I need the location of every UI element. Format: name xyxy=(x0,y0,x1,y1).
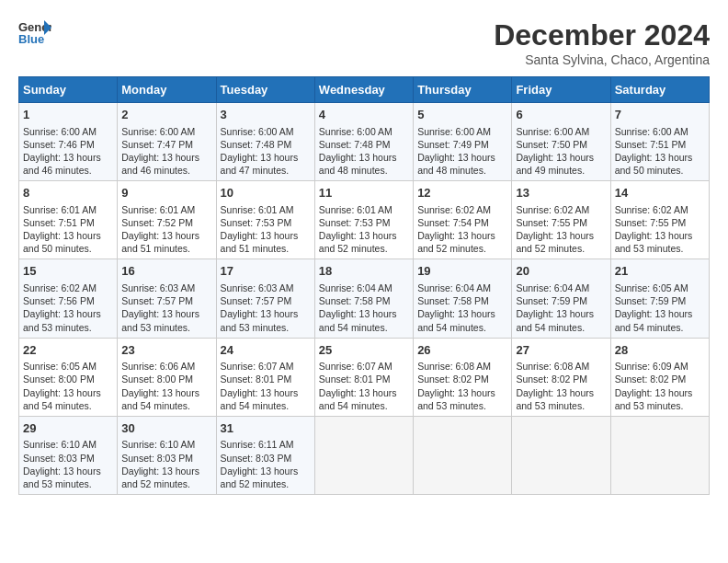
day-number: 2 xyxy=(121,107,211,123)
day-number: 1 xyxy=(23,107,113,123)
table-row: 25Sunrise: 6:07 AMSunset: 8:01 PMDayligh… xyxy=(314,338,413,416)
day-number: 23 xyxy=(121,342,211,359)
header-tuesday: Tuesday xyxy=(216,77,314,103)
svg-text:Blue: Blue xyxy=(18,32,44,46)
table-row: 3Sunrise: 6:00 AMSunset: 7:48 PMDaylight… xyxy=(216,103,314,181)
table-row: 30Sunrise: 6:10 AMSunset: 8:03 PMDayligh… xyxy=(118,416,216,494)
table-row xyxy=(610,416,709,494)
calendar-week-row: 15Sunrise: 6:02 AMSunset: 7:56 PMDayligh… xyxy=(19,259,710,338)
table-row: 23Sunrise: 6:06 AMSunset: 8:00 PMDayligh… xyxy=(118,338,216,416)
calendar-week-row: 1Sunrise: 6:00 AMSunset: 7:46 PMDaylight… xyxy=(19,103,710,181)
table-row: 20Sunrise: 6:04 AMSunset: 7:59 PMDayligh… xyxy=(512,259,610,338)
day-number: 12 xyxy=(417,185,507,201)
day-number: 14 xyxy=(615,185,705,201)
day-number: 27 xyxy=(516,342,606,359)
table-row: 1Sunrise: 6:00 AMSunset: 7:46 PMDaylight… xyxy=(19,103,118,181)
table-row: 31Sunrise: 6:11 AMSunset: 8:03 PMDayligh… xyxy=(216,416,314,494)
table-row: 14Sunrise: 6:02 AMSunset: 7:55 PMDayligh… xyxy=(610,181,709,259)
table-row: 13Sunrise: 6:02 AMSunset: 7:55 PMDayligh… xyxy=(512,181,610,259)
calendar-week-row: 29Sunrise: 6:10 AMSunset: 8:03 PMDayligh… xyxy=(19,416,710,494)
day-number: 11 xyxy=(319,185,409,201)
table-row: 19Sunrise: 6:04 AMSunset: 7:58 PMDayligh… xyxy=(414,259,512,338)
day-number: 30 xyxy=(121,420,211,437)
table-row: 10Sunrise: 6:01 AMSunset: 7:53 PMDayligh… xyxy=(216,181,314,259)
table-row: 27Sunrise: 6:08 AMSunset: 8:02 PMDayligh… xyxy=(512,338,610,416)
calendar-week-row: 8Sunrise: 6:01 AMSunset: 7:51 PMDaylight… xyxy=(19,181,710,259)
table-row: 22Sunrise: 6:05 AMSunset: 8:00 PMDayligh… xyxy=(19,338,118,416)
table-row xyxy=(512,416,610,494)
table-row xyxy=(414,416,512,494)
table-row: 5Sunrise: 6:00 AMSunset: 7:49 PMDaylight… xyxy=(414,103,512,181)
day-number: 24 xyxy=(221,342,311,359)
header-saturday: Saturday xyxy=(610,77,709,103)
day-number: 5 xyxy=(417,107,507,123)
day-number: 8 xyxy=(23,185,113,201)
calendar-table: Sunday Monday Tuesday Wednesday Thursday… xyxy=(18,76,710,495)
day-number: 15 xyxy=(23,263,113,280)
day-number: 25 xyxy=(319,342,409,359)
table-row: 4Sunrise: 6:00 AMSunset: 7:48 PMDaylight… xyxy=(314,103,413,181)
table-row: 9Sunrise: 6:01 AMSunset: 7:52 PMDaylight… xyxy=(118,181,216,259)
day-number: 21 xyxy=(615,263,705,280)
day-number: 9 xyxy=(121,185,211,201)
day-number: 16 xyxy=(121,263,211,280)
header-wednesday: Wednesday xyxy=(314,77,413,103)
header-friday: Friday xyxy=(512,77,610,103)
table-row: 24Sunrise: 6:07 AMSunset: 8:01 PMDayligh… xyxy=(216,338,314,416)
day-number: 17 xyxy=(221,263,311,280)
header-monday: Monday xyxy=(118,77,216,103)
table-row: 6Sunrise: 6:00 AMSunset: 7:50 PMDaylight… xyxy=(512,103,610,181)
day-number: 20 xyxy=(516,263,606,280)
day-number: 10 xyxy=(221,185,311,201)
table-row: 7Sunrise: 6:00 AMSunset: 7:51 PMDaylight… xyxy=(610,103,709,181)
table-row: 21Sunrise: 6:05 AMSunset: 7:59 PMDayligh… xyxy=(610,259,709,338)
header-thursday: Thursday xyxy=(414,77,512,103)
table-row: 11Sunrise: 6:01 AMSunset: 7:53 PMDayligh… xyxy=(314,181,413,259)
day-number: 26 xyxy=(417,342,507,359)
day-number: 18 xyxy=(319,263,409,280)
table-row: 26Sunrise: 6:08 AMSunset: 8:02 PMDayligh… xyxy=(414,338,512,416)
table-row: 28Sunrise: 6:09 AMSunset: 8:02 PMDayligh… xyxy=(610,338,709,416)
day-number: 22 xyxy=(23,342,113,359)
logo-icon: General Blue xyxy=(18,18,51,46)
table-row: 18Sunrise: 6:04 AMSunset: 7:58 PMDayligh… xyxy=(314,259,413,338)
day-number: 4 xyxy=(319,107,409,123)
header-sunday: Sunday xyxy=(19,77,118,103)
day-number: 13 xyxy=(516,185,606,201)
calendar-week-row: 22Sunrise: 6:05 AMSunset: 8:00 PMDayligh… xyxy=(19,338,710,416)
day-number: 31 xyxy=(221,420,311,437)
day-number: 7 xyxy=(615,107,705,123)
day-number: 28 xyxy=(615,342,705,359)
table-row: 8Sunrise: 6:01 AMSunset: 7:51 PMDaylight… xyxy=(19,181,118,259)
table-row: 2Sunrise: 6:00 AMSunset: 7:47 PMDaylight… xyxy=(118,103,216,181)
location-subtitle: Santa Sylvina, Chaco, Argentina xyxy=(494,52,710,67)
table-row: 15Sunrise: 6:02 AMSunset: 7:56 PMDayligh… xyxy=(19,259,118,338)
table-row: 17Sunrise: 6:03 AMSunset: 7:57 PMDayligh… xyxy=(216,259,314,338)
day-number: 19 xyxy=(417,263,507,280)
day-number: 29 xyxy=(23,420,113,437)
day-number: 6 xyxy=(516,107,606,123)
table-row xyxy=(314,416,413,494)
table-row: 12Sunrise: 6:02 AMSunset: 7:54 PMDayligh… xyxy=(414,181,512,259)
calendar-header-row: Sunday Monday Tuesday Wednesday Thursday… xyxy=(19,77,710,103)
title-block: December 2024 Santa Sylvina, Chaco, Arge… xyxy=(494,18,710,67)
month-title: December 2024 xyxy=(494,18,710,52)
page-header: General Blue December 2024 Santa Sylvina… xyxy=(18,18,710,67)
table-row: 29Sunrise: 6:10 AMSunset: 8:03 PMDayligh… xyxy=(19,416,118,494)
logo: General Blue xyxy=(18,18,51,46)
day-number: 3 xyxy=(221,107,311,123)
table-row: 16Sunrise: 6:03 AMSunset: 7:57 PMDayligh… xyxy=(118,259,216,338)
